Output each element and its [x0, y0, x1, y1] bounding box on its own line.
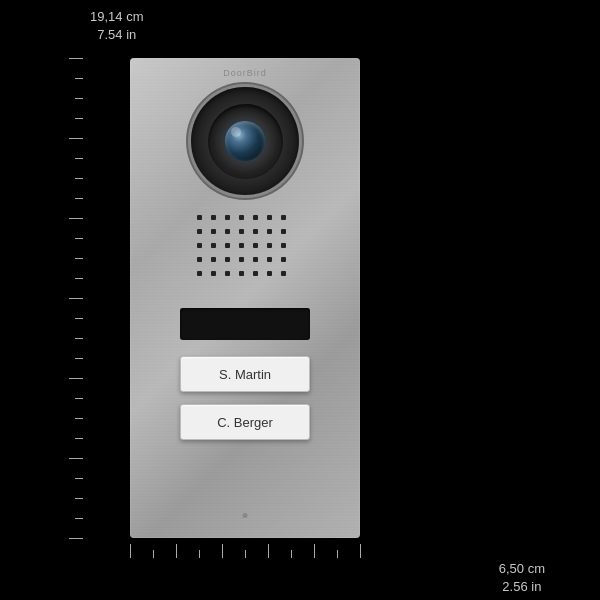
- ruler-tick-v: [69, 218, 83, 219]
- grille-dot: [211, 243, 216, 248]
- ruler-tick-h: [268, 544, 269, 558]
- camera-middle-ring: [208, 104, 283, 179]
- ruler-tick-v: [69, 138, 83, 139]
- grille-dot: [239, 243, 244, 248]
- ruler-tick-v: [75, 418, 83, 419]
- ruler-tick-h: [314, 544, 315, 558]
- grille-dot: [225, 229, 230, 234]
- grille-dot: [253, 229, 258, 234]
- height-cm: 19,14 cm: [90, 9, 143, 24]
- grille-dot: [239, 271, 244, 276]
- ruler-tick-h: [337, 550, 338, 558]
- grille-dot: [211, 229, 216, 234]
- grille-dot: [281, 229, 286, 234]
- grille-dot: [281, 257, 286, 262]
- brand-logo: DoorBird: [223, 68, 267, 78]
- ruler-tick-v: [75, 478, 83, 479]
- scene: 19,14 cm 7.54 in DoorBird S. Mar: [0, 0, 600, 600]
- ruler-bottom: [130, 543, 360, 558]
- grille-dot: [197, 215, 202, 220]
- grille-dot: [197, 243, 202, 248]
- ruler-tick-h: [291, 550, 292, 558]
- grille-dot: [211, 257, 216, 262]
- ruler-tick-h: [360, 544, 361, 558]
- ir-strip: [180, 308, 310, 340]
- intercom-panel: DoorBird S. Martin C. Berger: [130, 58, 360, 538]
- height-in: 7.54 in: [97, 27, 136, 42]
- width-cm: 6,50 cm: [499, 561, 545, 576]
- ruler-tick-v: [75, 178, 83, 179]
- grille-dot: [281, 243, 286, 248]
- ruler-tick-v: [75, 518, 83, 519]
- grille-dot: [267, 271, 272, 276]
- ruler-tick-v: [75, 338, 83, 339]
- doorbell-button-2[interactable]: C. Berger: [180, 404, 310, 440]
- camera-outer-ring: [191, 87, 299, 195]
- button-1-label: S. Martin: [219, 367, 271, 382]
- speaker-grille: [195, 213, 295, 293]
- camera-section: [190, 86, 300, 196]
- ruler-tick-h: [222, 544, 223, 558]
- grille-dot: [267, 257, 272, 262]
- grille-dot: [267, 243, 272, 248]
- button-2-label: C. Berger: [217, 415, 273, 430]
- grille-dot: [197, 271, 202, 276]
- grille-dot: [197, 229, 202, 234]
- grille-dot: [239, 257, 244, 262]
- grille-dot: [253, 243, 258, 248]
- ruler-tick-v: [75, 438, 83, 439]
- grille-dot: [253, 271, 258, 276]
- ruler-tick-v: [75, 498, 83, 499]
- width-in: 2.56 in: [502, 579, 541, 594]
- grille-dot: [253, 257, 258, 262]
- ruler-tick-v: [75, 78, 83, 79]
- grille-dot: [239, 229, 244, 234]
- grille-dot: [225, 257, 230, 262]
- ruler-tick-v: [75, 238, 83, 239]
- ruler-tick-v: [75, 98, 83, 99]
- ruler-tick-v: [69, 538, 83, 539]
- doorbell-button-1[interactable]: S. Martin: [180, 356, 310, 392]
- grille-dot: [267, 229, 272, 234]
- ruler-tick-v: [75, 358, 83, 359]
- grille-dot: [267, 215, 272, 220]
- ruler-tick-v: [75, 258, 83, 259]
- panel-container: DoorBird S. Martin C. Berger: [130, 58, 360, 538]
- ruler-tick-v: [69, 58, 83, 59]
- ruler-tick-v: [75, 118, 83, 119]
- ruler-tick-v: [69, 458, 83, 459]
- grille-dot: [225, 215, 230, 220]
- ruler-tick-h: [176, 544, 177, 558]
- grille-dot: [281, 215, 286, 220]
- dimension-label-width: 6,50 cm 2.56 in: [499, 560, 545, 596]
- grille-dot: [211, 215, 216, 220]
- grille-dot: [239, 215, 244, 220]
- ruler-left: [68, 58, 83, 538]
- ruler-tick-v: [75, 278, 83, 279]
- ruler-tick-h: [153, 550, 154, 558]
- ruler-tick-v: [75, 398, 83, 399]
- grille-dot: [197, 257, 202, 262]
- grille-dot: [211, 271, 216, 276]
- grille-dot: [225, 243, 230, 248]
- ruler-tick-h: [130, 544, 131, 558]
- ruler-tick-v: [75, 158, 83, 159]
- ruler-tick-v: [69, 298, 83, 299]
- ruler-tick-v: [75, 198, 83, 199]
- camera-lens: [225, 121, 265, 161]
- status-led: [243, 513, 248, 518]
- grille-dot: [225, 271, 230, 276]
- ruler-tick-v: [69, 378, 83, 379]
- grille-dot: [253, 215, 258, 220]
- grille-dot: [281, 271, 286, 276]
- ruler-tick-v: [75, 318, 83, 319]
- ruler-tick-h: [245, 550, 246, 558]
- dimension-label-height: 19,14 cm 7.54 in: [90, 8, 143, 44]
- ruler-tick-h: [199, 550, 200, 558]
